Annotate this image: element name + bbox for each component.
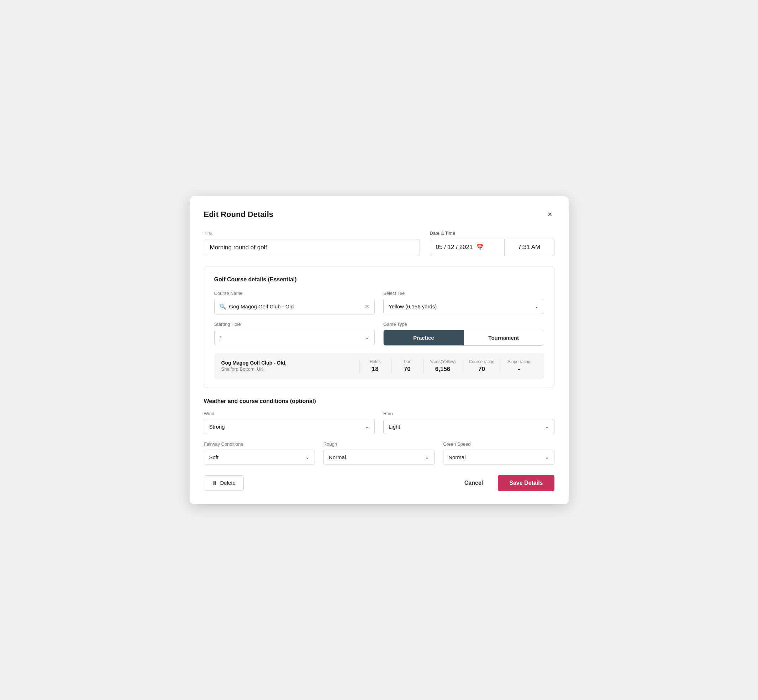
chevron-down-icon-4: ⌄	[545, 423, 549, 429]
title-label: Title	[204, 231, 420, 236]
select-tee-value: Yellow (6,156 yards)	[388, 303, 437, 309]
date-input[interactable]: 05 / 12 / 2021 📅	[430, 239, 504, 256]
fairway-label: Fairway Conditions	[204, 441, 315, 447]
footer-row: 🗑 Delete Cancel Save Details	[204, 475, 554, 491]
course-info-row: Gog Magog Golf Club - Old, Shelford Bott…	[214, 353, 544, 379]
rough-group: Rough Normal ⌄	[324, 441, 434, 465]
holes-label: Holes	[370, 359, 381, 364]
calendar-icon: 📅	[476, 244, 484, 251]
close-button[interactable]: ×	[545, 209, 554, 220]
starting-hole-value: 1	[219, 334, 222, 341]
delete-label: Delete	[220, 480, 236, 486]
wind-rain-row: Wind Strong ⌄ Rain Light ⌄	[204, 411, 554, 434]
starting-hole-group: Starting Hole 1 ⌄	[214, 322, 375, 346]
fairway-value: Soft	[209, 454, 219, 460]
select-tee-dropdown[interactable]: Yellow (6,156 yards) ⌄	[383, 299, 544, 314]
modal-header: Edit Round Details ×	[204, 209, 554, 220]
green-speed-value: Normal	[448, 454, 465, 460]
datetime-label: Date & Time	[430, 230, 554, 236]
game-type-toggle: Practice Tournament	[383, 330, 544, 346]
yards-label: Yards(Yellow)	[430, 359, 456, 364]
select-tee-label: Select Tee	[383, 291, 544, 296]
course-info-location: Shelford Bottom, UK	[221, 366, 359, 372]
green-speed-group: Green Speed Normal ⌄	[443, 441, 554, 465]
weather-section: Weather and course conditions (optional)…	[204, 398, 554, 465]
game-type-group: Game Type Practice Tournament	[383, 322, 544, 346]
fairway-group: Fairway Conditions Soft ⌄	[204, 441, 315, 465]
footer-right: Cancel Save Details	[458, 475, 554, 491]
course-stat-holes: Holes 18	[359, 359, 391, 373]
slope-rating-value: -	[518, 366, 520, 373]
rain-dropdown[interactable]: Light ⌄	[383, 419, 554, 434]
course-info-name-main: Gog Magog Golf Club - Old,	[221, 360, 359, 366]
course-stat-par: Par 70	[391, 359, 423, 373]
course-name-label: Course Name	[214, 291, 375, 296]
wind-value: Strong	[209, 423, 225, 430]
wind-group: Wind Strong ⌄	[204, 411, 375, 434]
rough-label: Rough	[324, 441, 434, 447]
chevron-down-icon-5: ⌄	[305, 454, 310, 460]
wind-label: Wind	[204, 411, 375, 416]
course-stat-slope-rating: Slope rating -	[501, 359, 537, 373]
yards-value: 6,156	[435, 366, 451, 373]
green-speed-dropdown[interactable]: Normal ⌄	[443, 450, 554, 465]
slope-rating-label: Slope rating	[507, 359, 530, 364]
fairway-rough-green-row: Fairway Conditions Soft ⌄ Rough Normal ⌄…	[204, 441, 554, 465]
starting-hole-dropdown[interactable]: 1 ⌄	[214, 330, 375, 345]
date-value: 05 / 12 / 2021	[436, 244, 473, 251]
course-name-input[interactable]: 🔍 Gog Magog Golf Club - Old ✕	[214, 299, 375, 314]
course-stat-course-rating: Course rating 70	[462, 359, 501, 373]
edit-round-modal: Edit Round Details × Title Date & Time 0…	[190, 196, 568, 504]
search-icon: 🔍	[219, 303, 226, 310]
delete-button[interactable]: 🗑 Delete	[204, 475, 244, 491]
title-input[interactable]	[204, 239, 420, 256]
course-info-name: Gog Magog Golf Club - Old, Shelford Bott…	[221, 360, 359, 372]
practice-toggle[interactable]: Practice	[384, 330, 464, 345]
par-value: 70	[404, 366, 411, 373]
select-tee-group: Select Tee Yellow (6,156 yards) ⌄	[383, 291, 544, 314]
course-name-value: Gog Magog Golf Club - Old	[229, 303, 362, 309]
golf-course-title: Golf Course details (Essential)	[214, 277, 544, 283]
title-field-group: Title	[204, 231, 420, 256]
chevron-down-icon: ⌄	[534, 303, 539, 309]
par-label: Par	[404, 359, 411, 364]
chevron-down-icon-3: ⌄	[365, 423, 370, 429]
green-speed-label: Green Speed	[443, 441, 554, 447]
rough-dropdown[interactable]: Normal ⌄	[324, 450, 434, 465]
chevron-down-icon-2: ⌄	[365, 334, 370, 340]
starting-hole-label: Starting Hole	[214, 322, 375, 327]
rain-group: Rain Light ⌄	[383, 411, 554, 434]
time-input[interactable]: 7:31 AM	[504, 239, 554, 256]
datetime-field-group: Date & Time 05 / 12 / 2021 📅 7:31 AM	[430, 230, 554, 256]
rain-value: Light	[388, 423, 400, 430]
chevron-down-icon-6: ⌄	[425, 454, 429, 460]
modal-title: Edit Round Details	[204, 210, 274, 219]
weather-title: Weather and course conditions (optional)	[204, 398, 554, 405]
time-value: 7:31 AM	[518, 244, 540, 251]
rain-label: Rain	[383, 411, 554, 416]
wind-dropdown[interactable]: Strong ⌄	[204, 419, 375, 434]
holes-value: 18	[372, 366, 379, 373]
course-tee-row: Course Name 🔍 Gog Magog Golf Club - Old …	[214, 291, 544, 314]
cancel-button[interactable]: Cancel	[458, 475, 489, 491]
course-name-group: Course Name 🔍 Gog Magog Golf Club - Old …	[214, 291, 375, 314]
course-rating-label: Course rating	[469, 359, 494, 364]
top-row: Title Date & Time 05 / 12 / 2021 📅 7:31 …	[204, 230, 554, 256]
tournament-toggle[interactable]: Tournament	[464, 330, 544, 345]
datetime-group: 05 / 12 / 2021 📅 7:31 AM	[430, 239, 554, 256]
golf-course-section: Golf Course details (Essential) Course N…	[204, 266, 554, 388]
chevron-down-icon-7: ⌄	[545, 454, 549, 460]
clear-icon[interactable]: ✕	[365, 303, 370, 310]
fairway-dropdown[interactable]: Soft ⌄	[204, 450, 315, 465]
rough-value: Normal	[329, 454, 346, 460]
trash-icon: 🗑	[212, 480, 218, 486]
game-type-label: Game Type	[383, 322, 544, 327]
course-rating-value: 70	[478, 366, 485, 373]
hole-gametype-row: Starting Hole 1 ⌄ Game Type Practice Tou…	[214, 322, 544, 346]
course-stat-yards: Yards(Yellow) 6,156	[423, 359, 462, 373]
save-button[interactable]: Save Details	[498, 475, 554, 491]
